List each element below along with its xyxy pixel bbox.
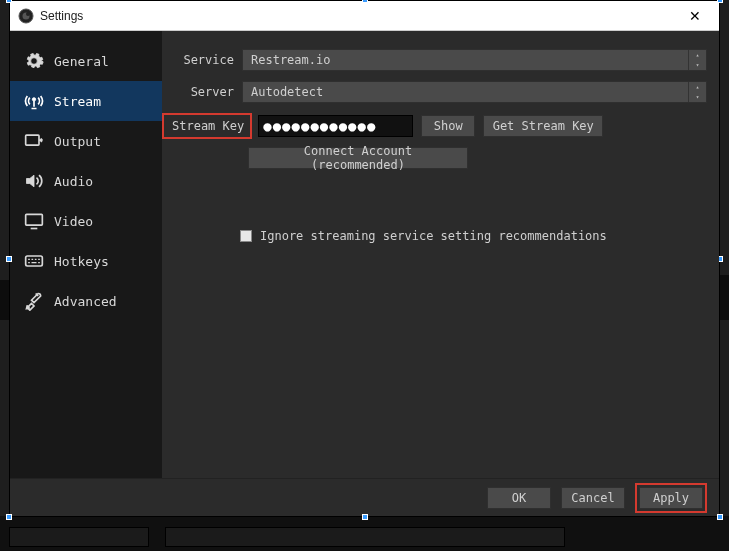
main-panel: Service Restream.io ▴▾ Server Autodetect… bbox=[162, 31, 719, 478]
keyboard-icon bbox=[22, 251, 46, 271]
service-dropdown[interactable]: Restream.io ▴▾ bbox=[242, 49, 707, 71]
get-stream-key-button[interactable]: Get Stream Key bbox=[483, 115, 603, 137]
streamkey-input[interactable]: ●●●●●●●●●●●● bbox=[258, 115, 413, 137]
sidebar-item-label: Output bbox=[54, 134, 101, 149]
show-key-button[interactable]: Show bbox=[421, 115, 475, 137]
obs-logo-icon bbox=[18, 8, 34, 24]
window-title: Settings bbox=[40, 9, 83, 23]
cancel-button[interactable]: Cancel bbox=[561, 487, 625, 509]
server-dropdown[interactable]: Autodetect ▴▾ bbox=[242, 81, 707, 103]
titlebar: Settings ✕ bbox=[10, 1, 719, 31]
connect-row: Connect Account (recommended) bbox=[248, 147, 707, 169]
sidebar-item-label: Advanced bbox=[54, 294, 117, 309]
selection-handle bbox=[362, 0, 368, 3]
streamkey-row: Stream Key ●●●●●●●●●●●● Show Get Stream … bbox=[162, 113, 707, 139]
spinner-icon: ▴▾ bbox=[688, 50, 706, 70]
background-strip bbox=[0, 280, 9, 320]
server-value: Autodetect bbox=[251, 85, 323, 99]
svg-point-2 bbox=[26, 12, 30, 16]
sidebar-item-audio[interactable]: Audio bbox=[10, 161, 162, 201]
streamkey-label: Stream Key bbox=[172, 119, 244, 133]
server-row: Server Autodetect ▴▾ bbox=[162, 81, 707, 103]
connect-account-button[interactable]: Connect Account (recommended) bbox=[248, 147, 468, 169]
ok-button[interactable]: OK bbox=[487, 487, 551, 509]
service-label: Service bbox=[162, 53, 242, 67]
selection-handle bbox=[6, 0, 12, 3]
background-strip bbox=[720, 275, 729, 320]
sidebar-item-label: Video bbox=[54, 214, 93, 229]
sidebar: General Stream Output Audio bbox=[10, 31, 162, 478]
sidebar-item-label: Audio bbox=[54, 174, 93, 189]
spinner-icon: ▴▾ bbox=[688, 82, 706, 102]
ignore-label: Ignore streaming service setting recomme… bbox=[260, 229, 607, 243]
service-value: Restream.io bbox=[251, 53, 330, 67]
close-button[interactable]: ✕ bbox=[675, 2, 715, 30]
server-label: Server bbox=[162, 85, 242, 99]
sidebar-item-label: Stream bbox=[54, 94, 101, 109]
streamkey-masked: ●●●●●●●●●●●● bbox=[263, 118, 376, 134]
speaker-icon bbox=[22, 171, 46, 191]
svg-rect-5 bbox=[26, 214, 43, 225]
sidebar-item-hotkeys[interactable]: Hotkeys bbox=[10, 241, 162, 281]
sidebar-item-video[interactable]: Video bbox=[10, 201, 162, 241]
selection-handle bbox=[717, 0, 723, 3]
settings-window: Settings ✕ General Stream Outp bbox=[9, 0, 720, 517]
sidebar-item-output[interactable]: Output bbox=[10, 121, 162, 161]
svg-rect-6 bbox=[26, 256, 43, 266]
selection-handle bbox=[362, 514, 368, 520]
background-strip bbox=[0, 516, 729, 551]
output-icon bbox=[22, 131, 46, 151]
selection-handle bbox=[6, 514, 12, 520]
streamkey-highlight: Stream Key bbox=[162, 113, 252, 139]
selection-handle bbox=[717, 514, 723, 520]
sidebar-item-label: Hotkeys bbox=[54, 254, 109, 269]
monitor-icon bbox=[22, 211, 46, 231]
svg-point-3 bbox=[32, 98, 35, 101]
footer: OK Cancel Apply bbox=[10, 478, 719, 516]
service-row: Service Restream.io ▴▾ bbox=[162, 49, 707, 71]
ignore-checkbox[interactable] bbox=[240, 230, 252, 242]
tools-icon bbox=[22, 291, 46, 311]
svg-rect-4 bbox=[26, 135, 39, 145]
sidebar-item-advanced[interactable]: Advanced bbox=[10, 281, 162, 321]
sidebar-item-label: General bbox=[54, 54, 109, 69]
ignore-row: Ignore streaming service setting recomme… bbox=[240, 229, 707, 243]
apply-button[interactable]: Apply bbox=[639, 487, 703, 509]
selection-handle bbox=[6, 256, 12, 262]
sidebar-item-stream[interactable]: Stream bbox=[10, 81, 162, 121]
antenna-icon bbox=[22, 91, 46, 111]
apply-highlight: Apply bbox=[635, 483, 707, 513]
gear-icon bbox=[22, 51, 46, 71]
sidebar-item-general[interactable]: General bbox=[10, 41, 162, 81]
